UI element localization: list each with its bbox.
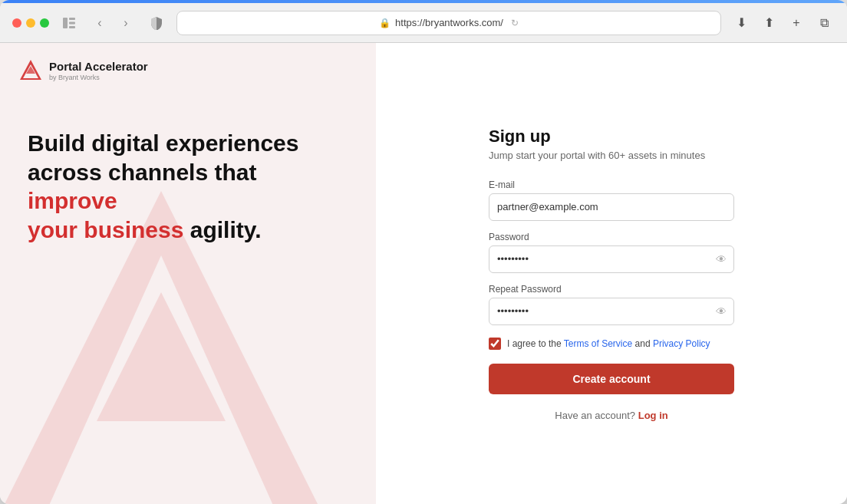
repeat-password-label: Repeat Password [489, 284, 734, 295]
password-input-wrap: 👁 [489, 245, 734, 273]
login-link[interactable]: Log in [638, 410, 668, 421]
svg-rect-3 [69, 26, 75, 28]
login-hint: Have an account? Log in [489, 410, 734, 421]
privacy-policy-link[interactable]: Privacy Policy [653, 338, 710, 349]
repeat-password-input[interactable] [489, 298, 734, 325]
checkbox-and-text: and [632, 338, 653, 349]
sidebar-toggle-icon[interactable] [58, 12, 80, 34]
email-input-wrap [489, 193, 734, 221]
shield-icon [146, 12, 167, 34]
password-field: Password 👁 [489, 232, 734, 273]
signup-form: Sign up Jump start your portal with 60+ … [489, 127, 734, 421]
hero-line3-plain: agility. [183, 217, 261, 242]
logo-icon [18, 58, 43, 83]
browser-nav: ‹ › [89, 12, 137, 34]
traffic-lights [12, 18, 49, 28]
terms-checkbox-row: I agree to the Terms of Service and Priv… [489, 338, 734, 350]
maximize-button[interactable] [40, 18, 49, 28]
back-button[interactable]: ‹ [89, 12, 110, 34]
hero-line1: Build digital experiences [28, 130, 298, 156]
email-input[interactable] [489, 193, 734, 221]
form-subtitle: Jump start your portal with 60+ assets i… [489, 150, 734, 161]
close-button[interactable] [12, 18, 21, 28]
hero-line2-highlight: improve [28, 188, 117, 213]
logo-sub: by Bryant Works [49, 74, 148, 82]
hero-line2-plain: across channels that [28, 160, 256, 185]
repeat-password-input-wrap: 👁 [489, 298, 734, 325]
logo-area: Portal Accelerator by Bryant Works [0, 43, 376, 98]
svg-rect-1 [69, 18, 75, 20]
logo-name: Portal Accelerator [49, 60, 148, 74]
new-tab-icon[interactable]: + [786, 12, 807, 34]
checkbox-pre-text: I agree to the [507, 338, 564, 349]
minimize-button[interactable] [26, 18, 35, 28]
logo-text-area: Portal Accelerator by Bryant Works [49, 60, 148, 82]
browser-window: ‹ › 🔒 https://bryantworks.com/ ↻ ⬇ ⬆ + ⧉ [0, 0, 847, 504]
share-icon[interactable]: ⬆ [758, 12, 779, 34]
browser-actions: ⬇ ⬆ + ⧉ [730, 12, 835, 34]
browser-chrome: ‹ › 🔒 https://bryantworks.com/ ↻ ⬇ ⬆ + ⧉ [0, 3, 847, 43]
hero-line3-highlight: your business [28, 217, 183, 242]
url-text: https://bryantworks.com/ [395, 17, 503, 28]
forward-button[interactable]: › [115, 12, 137, 34]
create-account-button[interactable]: Create account [489, 364, 734, 394]
svg-rect-0 [63, 18, 68, 28]
terms-checkbox[interactable] [489, 338, 501, 350]
svg-rect-2 [69, 21, 75, 24]
browser-content: Portal Accelerator by Bryant Works Build… [0, 43, 847, 504]
hero-headline: Build digital experiences across channel… [28, 129, 348, 244]
repeat-password-field: Repeat Password 👁 [489, 284, 734, 325]
terms-label[interactable]: I agree to the Terms of Service and Priv… [507, 338, 710, 349]
password-label: Password [489, 232, 734, 242]
right-panel: Sign up Jump start your portal with 60+ … [376, 43, 847, 504]
password-input[interactable] [489, 245, 734, 273]
tab-overview-icon[interactable]: ⧉ [813, 12, 835, 34]
email-field: E-mail [489, 180, 734, 221]
address-bar[interactable]: 🔒 https://bryantworks.com/ ↻ [176, 11, 721, 35]
download-icon[interactable]: ⬇ [730, 12, 752, 34]
email-label: E-mail [489, 180, 734, 190]
password-eye-icon[interactable]: 👁 [716, 253, 727, 265]
terms-of-service-link[interactable]: Terms of Service [564, 338, 632, 349]
hero-text: Build digital experiences across channel… [0, 98, 376, 275]
repeat-password-eye-icon[interactable]: 👁 [716, 305, 727, 318]
login-hint-text: Have an account? [555, 410, 635, 421]
form-title: Sign up [489, 127, 734, 147]
left-panel: Portal Accelerator by Bryant Works Build… [0, 43, 376, 504]
